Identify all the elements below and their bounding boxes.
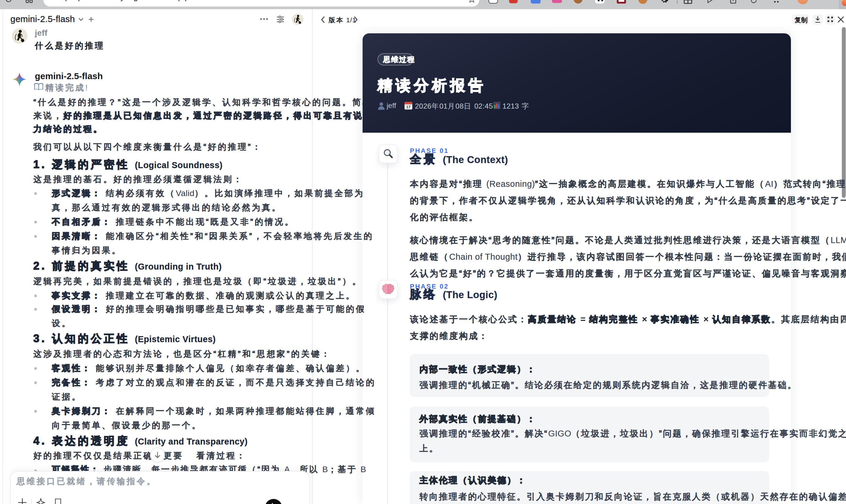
svg-text:17: 17 xyxy=(406,105,410,109)
